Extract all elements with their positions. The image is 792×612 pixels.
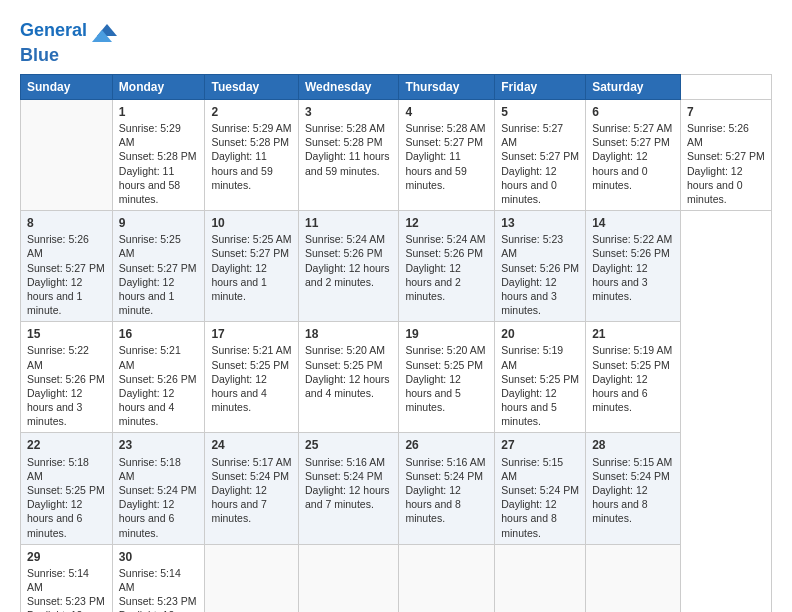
- daylight-label: Daylight: 12 hours and 1 minute.: [27, 276, 82, 316]
- sunrise-label: Sunrise: 5:21 AM: [211, 344, 291, 356]
- day-number: 15: [27, 326, 106, 342]
- col-header-thursday: Thursday: [399, 74, 495, 99]
- daylight-label: Daylight: 11 hours and 59 minutes.: [405, 150, 466, 190]
- day-number: 2: [211, 104, 292, 120]
- calendar-cell: [21, 99, 113, 210]
- day-number: 14: [592, 215, 674, 231]
- calendar-header-row: SundayMondayTuesdayWednesdayThursdayFrid…: [21, 74, 772, 99]
- sunset-label: Sunset: 5:25 PM: [405, 359, 483, 371]
- col-header-sunday: Sunday: [21, 74, 113, 99]
- daylight-label: Daylight: 12 hours and 0 minutes.: [687, 165, 742, 205]
- sunrise-label: Sunrise: 5:25 AM: [119, 233, 181, 259]
- sunrise-label: Sunrise: 5:22 AM: [592, 233, 672, 245]
- sunset-label: Sunset: 5:25 PM: [305, 359, 383, 371]
- daylight-label: Daylight: 12 hours and 6 minutes.: [592, 373, 647, 413]
- sunset-label: Sunset: 5:26 PM: [305, 247, 383, 259]
- sunset-label: Sunset: 5:23 PM: [119, 595, 197, 607]
- daylight-label: Daylight: 11 hours and 58 minutes.: [119, 165, 180, 205]
- daylight-label: Daylight: 12 hours and 0 minutes.: [501, 165, 556, 205]
- day-number: 10: [211, 215, 292, 231]
- page: General Blue SundayMondayTuesdayWednesda…: [0, 0, 792, 612]
- sunset-label: Sunset: 5:26 PM: [119, 373, 197, 385]
- sunrise-label: Sunrise: 5:15 AM: [501, 456, 563, 482]
- day-number: 30: [119, 549, 199, 565]
- sunrise-label: Sunrise: 5:19 AM: [592, 344, 672, 356]
- day-number: 25: [305, 437, 392, 453]
- calendar-cell: 28Sunrise: 5:15 AMSunset: 5:24 PMDayligh…: [586, 433, 681, 544]
- day-number: 8: [27, 215, 106, 231]
- day-number: 21: [592, 326, 674, 342]
- day-number: 18: [305, 326, 392, 342]
- sunrise-label: Sunrise: 5:24 AM: [305, 233, 385, 245]
- calendar-cell: 8Sunrise: 5:26 AMSunset: 5:27 PMDaylight…: [21, 211, 113, 322]
- calendar-cell: [586, 544, 681, 612]
- day-number: 5: [501, 104, 579, 120]
- sunrise-label: Sunrise: 5:22 AM: [27, 344, 89, 370]
- week-row-4: 22Sunrise: 5:18 AMSunset: 5:25 PMDayligh…: [21, 433, 772, 544]
- sunset-label: Sunset: 5:27 PM: [592, 136, 670, 148]
- header: General Blue: [20, 16, 772, 66]
- daylight-label: Daylight: 12 hours and 8 minutes.: [405, 484, 460, 524]
- daylight-label: Daylight: 12 hours and 8 minutes.: [592, 484, 647, 524]
- sunset-label: Sunset: 5:26 PM: [592, 247, 670, 259]
- daylight-label: Daylight: 12 hours and 5 minutes.: [405, 373, 460, 413]
- sunset-label: Sunset: 5:25 PM: [211, 359, 289, 371]
- day-number: 29: [27, 549, 106, 565]
- day-number: 7: [687, 104, 765, 120]
- col-header-friday: Friday: [495, 74, 586, 99]
- calendar-cell: [495, 544, 586, 612]
- calendar-cell: 1Sunrise: 5:29 AMSunset: 5:28 PMDaylight…: [112, 99, 205, 210]
- calendar-cell: 20Sunrise: 5:19 AMSunset: 5:25 PMDayligh…: [495, 322, 586, 433]
- sunset-label: Sunset: 5:24 PM: [211, 470, 289, 482]
- day-number: 16: [119, 326, 199, 342]
- calendar-cell: 21Sunrise: 5:19 AMSunset: 5:25 PMDayligh…: [586, 322, 681, 433]
- col-header-tuesday: Tuesday: [205, 74, 299, 99]
- calendar-body: 1Sunrise: 5:29 AMSunset: 5:28 PMDaylight…: [21, 99, 772, 612]
- daylight-label: Daylight: 12 hours and 7 minutes.: [305, 484, 390, 510]
- daylight-label: Daylight: 12 hours and 4 minutes.: [211, 373, 266, 413]
- sunset-label: Sunset: 5:24 PM: [501, 484, 579, 496]
- sunset-label: Sunset: 5:27 PM: [119, 262, 197, 274]
- calendar-table: SundayMondayTuesdayWednesdayThursdayFrid…: [20, 74, 772, 612]
- sunrise-label: Sunrise: 5:16 AM: [405, 456, 485, 468]
- day-number: 24: [211, 437, 292, 453]
- daylight-label: Daylight: 12 hours and 2 minutes.: [305, 262, 390, 288]
- calendar-cell: 23Sunrise: 5:18 AMSunset: 5:24 PMDayligh…: [112, 433, 205, 544]
- sunset-label: Sunset: 5:25 PM: [592, 359, 670, 371]
- day-number: 19: [405, 326, 488, 342]
- calendar-cell: 2Sunrise: 5:29 AMSunset: 5:28 PMDaylight…: [205, 99, 299, 210]
- calendar-cell: 15Sunrise: 5:22 AMSunset: 5:26 PMDayligh…: [21, 322, 113, 433]
- calendar-cell: 16Sunrise: 5:21 AMSunset: 5:26 PMDayligh…: [112, 322, 205, 433]
- sunrise-label: Sunrise: 5:18 AM: [27, 456, 89, 482]
- calendar-cell: 4Sunrise: 5:28 AMSunset: 5:27 PMDaylight…: [399, 99, 495, 210]
- calendar-cell: 29Sunrise: 5:14 AMSunset: 5:23 PMDayligh…: [21, 544, 113, 612]
- daylight-label: Daylight: 12 hours and 4 minutes.: [119, 387, 174, 427]
- day-number: 23: [119, 437, 199, 453]
- sunset-label: Sunset: 5:24 PM: [305, 470, 383, 482]
- calendar-cell: 12Sunrise: 5:24 AMSunset: 5:26 PMDayligh…: [399, 211, 495, 322]
- sunrise-label: Sunrise: 5:29 AM: [119, 122, 181, 148]
- calendar-cell: 5Sunrise: 5:27 AMSunset: 5:27 PMDaylight…: [495, 99, 586, 210]
- sunrise-label: Sunrise: 5:14 AM: [27, 567, 89, 593]
- sunset-label: Sunset: 5:27 PM: [405, 136, 483, 148]
- sunrise-label: Sunrise: 5:28 AM: [305, 122, 385, 134]
- day-number: 13: [501, 215, 579, 231]
- sunrise-label: Sunrise: 5:20 AM: [405, 344, 485, 356]
- sunset-label: Sunset: 5:24 PM: [592, 470, 670, 482]
- daylight-label: Daylight: 12 hours and 8 minutes.: [501, 498, 556, 538]
- day-number: 9: [119, 215, 199, 231]
- sunset-label: Sunset: 5:28 PM: [119, 150, 197, 162]
- sunset-label: Sunset: 5:24 PM: [405, 470, 483, 482]
- sunrise-label: Sunrise: 5:16 AM: [305, 456, 385, 468]
- calendar-cell: 18Sunrise: 5:20 AMSunset: 5:25 PMDayligh…: [298, 322, 398, 433]
- calendar-cell: 30Sunrise: 5:14 AMSunset: 5:23 PMDayligh…: [112, 544, 205, 612]
- sunrise-label: Sunrise: 5:24 AM: [405, 233, 485, 245]
- sunrise-label: Sunrise: 5:26 AM: [27, 233, 89, 259]
- calendar-cell: 17Sunrise: 5:21 AMSunset: 5:25 PMDayligh…: [205, 322, 299, 433]
- daylight-label: Daylight: 12 hours and 4 minutes.: [305, 373, 390, 399]
- sunset-label: Sunset: 5:27 PM: [687, 150, 765, 162]
- sunrise-label: Sunrise: 5:23 AM: [501, 233, 563, 259]
- daylight-label: Daylight: 12 hours and 6 minutes.: [119, 498, 174, 538]
- daylight-label: Daylight: 12 hours and 3 minutes.: [592, 262, 647, 302]
- sunrise-label: Sunrise: 5:14 AM: [119, 567, 181, 593]
